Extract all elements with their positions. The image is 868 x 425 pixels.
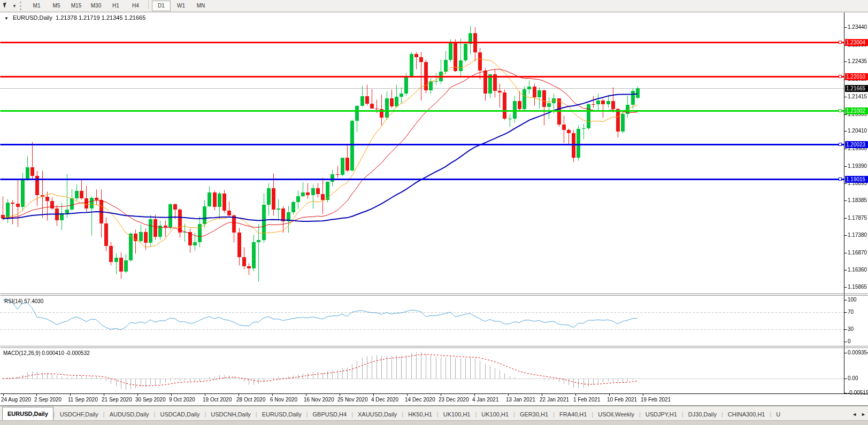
ohlc-high: 1.21719 (79, 14, 100, 21)
date-tick-label: 13 Jan 2021 (506, 397, 535, 403)
toolbar-separator (148, 1, 149, 9)
chart-tab-AUDUSD-Daily[interactable]: AUDUSD,Daily (105, 408, 154, 421)
chart-tab-EURUSD-Daily[interactable]: EURUSD,Daily (2, 407, 53, 421)
mt4-chart-window: ▼ M1M5M15M30H1H4D1W1MN ▼ EURUSD,Daily 1.… (0, 0, 868, 425)
ohlc-low: 1.21345 (102, 14, 123, 21)
price-tick-label: 1.17380 (848, 233, 867, 238)
date-tick-label: 11 Sep 2020 (68, 397, 98, 403)
rsi-tick-label: 70 (848, 310, 854, 315)
chart-tab-FRA40-H1[interactable]: FRA40,H1 (555, 408, 592, 421)
chart-tab-USOil-Weekly[interactable]: USOil,Weekly (593, 408, 639, 421)
macd-tick-label: 0.009354 (848, 350, 868, 356)
price-tick-label: 1.18385 (848, 198, 867, 203)
current-price-label: 1.21665 (845, 85, 868, 92)
timeframe-button-M1[interactable]: M1 (27, 1, 46, 11)
chart-tab-UK100-H1[interactable]: UK100,H1 (439, 408, 475, 421)
chart-tab-GBPUSD-H4[interactable]: GBPUSD,H4 (308, 408, 352, 421)
timeframe-button-M5[interactable]: M5 (47, 1, 66, 11)
macd-tick-label: -0.005156 (848, 390, 868, 396)
timeframe-button-D1[interactable]: D1 (152, 1, 171, 11)
chart-tab-U[interactable]: U (771, 408, 785, 421)
chart-menu-icon[interactable]: ▼ (4, 16, 9, 21)
price-tick-label: 1.19390 (848, 164, 867, 169)
date-tick-label: 16 Nov 2020 (304, 397, 334, 403)
chart-tab-HK50-H1[interactable]: HK50,H1 (403, 408, 437, 421)
date-tick-label: 6 Nov 2020 (270, 397, 297, 403)
price-tick-label: 1.22435 (848, 59, 867, 64)
rsi-tick-label: 30 (848, 327, 854, 332)
timeframe-button-MN[interactable]: MN (191, 1, 210, 11)
price-tick-label: 1.17875 (848, 215, 867, 221)
date-tick-label: 30 Sep 2020 (135, 397, 166, 403)
timeframe-button-M30[interactable]: M30 (87, 1, 105, 11)
price-tick-label: 1.21415 (848, 94, 867, 99)
timeframe-buttons: M1M5M15M30H1H4D1W1MN (27, 1, 211, 11)
toolbar-grip-handle[interactable] (20, 2, 24, 10)
chart-header: ▼ EURUSD,Daily 1.21378 1.21719 1.21345 1… (4, 14, 145, 21)
chart-tab-bar: EURUSD,Daily|USDCHF,Daily|AUDUSD,Daily|U… (0, 406, 868, 421)
chart-tab-USDCNH-Daily[interactable]: USDCNH,Daily (206, 408, 256, 421)
rsi-indicator-label: RSI(14) 57.4030 (4, 298, 43, 304)
timeframe-button-H4[interactable]: H4 (126, 1, 145, 11)
timeframe-button-H1[interactable]: H1 (106, 1, 125, 11)
cursor-tool-dropdown-icon[interactable]: ▼ (11, 4, 18, 9)
date-tick-label: 10 Feb 2021 (607, 397, 637, 403)
chart-symbol-label: EURUSD,Daily (13, 14, 52, 21)
date-tick-label: 24 Aug 2020 (1, 397, 31, 403)
date-tick-label: 4 Jan 2021 (472, 397, 499, 403)
rsi-tick-label: 0 (848, 339, 851, 344)
timeframe-button-W1[interactable]: W1 (172, 1, 190, 11)
price-chart-canvas[interactable] (0, 0, 868, 425)
price-line-label: 1.20023 (845, 141, 868, 148)
price-line-label: 1.21002 (845, 107, 868, 114)
date-tick-label: 9 Oct 2020 (169, 397, 195, 403)
price-tick-label: 1.15865 (848, 284, 867, 290)
date-tick-label: 21 Sep 2020 (102, 397, 132, 403)
macd-indicator-label: MACD(12,26,9) 0.000410 -0.000532 (3, 350, 90, 356)
status-bar (0, 420, 868, 425)
date-tick-label: 22 Jan 2021 (540, 397, 569, 403)
price-line-label: 1.19015 (845, 176, 868, 183)
chart-tab-XAUUSD-Daily[interactable]: XAUUSD,Daily (353, 408, 402, 421)
macd-tick-label: 0.00 (848, 376, 858, 381)
price-line-label: 1.23004 (845, 39, 868, 46)
tabs-scroll-right-icon[interactable]: ► (859, 408, 868, 421)
date-tick-label: 25 Nov 2020 (337, 397, 368, 403)
date-tick-label: 1 Feb 2021 (573, 397, 601, 403)
chart-tab-GER30-H1[interactable]: GER30,H1 (515, 408, 553, 421)
price-line-label: 1.22010 (845, 73, 868, 80)
price-tick-label: 1.16360 (848, 267, 867, 273)
date-tick-label: 4 Dec 2020 (371, 397, 398, 403)
rsi-tick-label: 100 (848, 297, 857, 303)
timeframe-button-M15[interactable]: M15 (67, 1, 86, 11)
chart-tab-UK100-H1[interactable]: UK100,H1 (477, 408, 513, 421)
ohlc-close: 1.21665 (125, 14, 146, 21)
ohlc-open: 1.21378 (56, 14, 77, 21)
chart-tab-USDCHF-Daily[interactable]: USDCHF,Daily (55, 408, 103, 421)
chart-tab-DJ30-Daily[interactable]: DJ30,Daily (683, 408, 721, 421)
date-tick-label: 19 Feb 2021 (641, 397, 671, 403)
tabs-scroll-left-icon[interactable]: ◄ (850, 408, 859, 421)
price-tick-label: 1.16870 (848, 250, 867, 256)
date-tick-label: 19 Oct 2020 (203, 397, 232, 403)
timeframe-toolbar: ▼ M1M5M15M30H1H4D1W1MN (0, 0, 868, 12)
chart-tab-EURUSD-Daily[interactable]: EURUSD,Daily (257, 408, 306, 421)
price-tick-label: 1.23440 (848, 25, 867, 30)
date-tick-label: 23 Dec 2020 (439, 397, 469, 403)
chart-tab-CHINA300-H1[interactable]: CHINA300,H1 (723, 408, 770, 421)
price-tick-label: 1.20410 (848, 128, 867, 134)
chart-tab-USDJPY-H1[interactable]: USDJPY,H1 (641, 408, 682, 421)
date-tick-label: 28 Oct 2020 (236, 397, 265, 403)
chart-tab-USDCAD-Daily[interactable]: USDCAD,Daily (155, 408, 204, 421)
date-tick-label: 14 Dec 2020 (405, 397, 435, 403)
date-tick-label: 2 Sep 2020 (34, 397, 62, 403)
cursor-tool-icon[interactable] (2, 2, 11, 10)
